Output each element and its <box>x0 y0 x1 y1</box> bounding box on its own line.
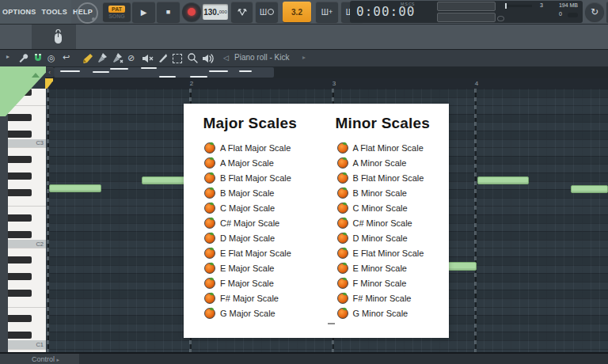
minor-scale-item[interactable]: A Minor Scale <box>317 155 450 170</box>
major-scale-item[interactable]: B Flat Major Scale <box>184 170 317 185</box>
black-key[interactable] <box>8 332 32 339</box>
major-scale-item[interactable]: F# Major Scale <box>184 290 317 305</box>
black-key[interactable] <box>8 114 32 121</box>
minor-scale-item[interactable]: C# Minor Scale <box>317 215 450 230</box>
control-lane-label[interactable]: Control ▸ <box>32 355 59 363</box>
metronome-button[interactable] <box>231 2 253 22</box>
minor-scale-item[interactable]: C Minor Scale <box>317 200 450 215</box>
midi-note[interactable] <box>49 184 101 192</box>
oscilloscope-bottom[interactable] <box>437 13 496 22</box>
tempo-display[interactable]: 130.000 <box>203 4 228 20</box>
minimap-panel[interactable] <box>54 67 274 78</box>
oscilloscope-top[interactable] <box>437 2 496 11</box>
black-key[interactable] <box>8 156 32 163</box>
countdown-button[interactable]: 3.2 <box>283 2 311 22</box>
fl-logo-icon <box>204 278 215 289</box>
major-scale-item[interactable]: D Major Scale <box>184 230 317 245</box>
major-scale-item[interactable]: B Major Scale <box>184 185 317 200</box>
main-volume-knob[interactable] <box>77 2 98 24</box>
pr-menu-arrow-icon[interactable]: ▸ <box>6 53 10 60</box>
corner-triangle-icon <box>32 73 40 78</box>
pat-mode-label[interactable]: PAT <box>108 6 125 13</box>
menu-tools[interactable]: TOOLS <box>42 8 67 16</box>
loop-pattern-glyph: Ш <box>321 8 329 17</box>
black-key[interactable] <box>8 315 32 322</box>
midi-note[interactable] <box>142 176 189 184</box>
scales-overlay: Major Scales A Flat Major ScaleA Major S… <box>184 104 449 338</box>
minimap-note-dash <box>110 68 128 70</box>
mouse-lock-icon[interactable] <box>51 28 66 44</box>
black-key[interactable] <box>8 256 32 264</box>
slice-tool-icon[interactable] <box>158 52 169 63</box>
minor-scale-item[interactable]: G Minor Scale <box>317 305 450 320</box>
minor-scale-item[interactable]: B Flat Minor Scale <box>317 170 450 185</box>
minor-scale-item[interactable]: F Minor Scale <box>317 275 450 290</box>
playback-tool-icon[interactable] <box>202 53 214 64</box>
major-scale-item[interactable]: A Flat Major Scale <box>184 140 317 155</box>
stamp-target-icon[interactable]: ◎ <box>48 53 55 63</box>
loop-record-button[interactable]: Ш+ <box>316 2 338 22</box>
minor-scale-item[interactable]: A Flat Minor Scale <box>317 140 450 155</box>
pencil-tool-icon[interactable] <box>82 52 93 64</box>
piano-keyboard[interactable]: C3C2C1 <box>8 89 46 352</box>
black-key[interactable] <box>8 290 32 297</box>
major-scale-item[interactable]: G Major Scale <box>184 305 317 320</box>
piano-roll-minimap[interactable] <box>46 66 608 78</box>
wait-for-input-button[interactable]: Ш <box>256 2 278 22</box>
target-channel-icon[interactable]: ◁ <box>223 54 229 62</box>
midi-note[interactable] <box>477 176 529 184</box>
brush-tool-icon[interactable] <box>97 52 108 64</box>
timeline-ruler[interactable]: 234 <box>46 78 608 89</box>
scale-item-label: E Flat Major Scale <box>220 248 291 258</box>
minimap-note-dash <box>141 67 157 69</box>
brush-delete-tool-icon[interactable] <box>112 52 124 64</box>
control-lane[interactable] <box>79 354 608 364</box>
minor-scale-item[interactable]: E Flat Minor Scale <box>317 245 450 260</box>
menu-options[interactable]: OPTIONS <box>2 8 36 16</box>
pat-song-switch[interactable]: PAT SONG <box>103 2 131 21</box>
window-title[interactable]: Piano roll - Kick <box>234 53 289 62</box>
major-scale-item[interactable]: E Flat Major Scale <box>184 245 317 260</box>
record-button[interactable] <box>182 2 201 21</box>
black-key[interactable] <box>8 131 32 138</box>
c-key-label[interactable]: C3 <box>8 139 46 148</box>
key-separator <box>8 349 46 350</box>
fl-logo-icon <box>204 263 215 274</box>
autosave-refresh-button[interactable]: ↻ <box>585 2 604 21</box>
c-key-label[interactable]: C1 <box>8 340 46 349</box>
key-separator <box>8 206 46 207</box>
menu-bar: OPTIONS TOOLS HELP <box>0 0 71 24</box>
black-key[interactable] <box>8 173 32 180</box>
stop-button[interactable]: ■ <box>157 2 180 22</box>
major-scale-item[interactable]: C# Major Scale <box>184 215 317 230</box>
play-button[interactable]: ▶ <box>132 2 155 22</box>
minor-scale-item[interactable]: F# Minor Scale <box>317 290 450 305</box>
midi-note[interactable] <box>571 185 608 193</box>
black-key[interactable] <box>8 273 32 280</box>
scale-item-label: C# Major Scale <box>220 218 279 228</box>
minimap-scroll-left-button[interactable]: ‹ <box>45 67 54 78</box>
major-scale-item[interactable]: F Major Scale <box>184 275 317 290</box>
title-next-icon[interactable]: ▸ <box>302 54 306 61</box>
c-key-label[interactable]: C2 <box>8 240 46 248</box>
zoom-tool-icon[interactable] <box>187 52 198 63</box>
chevron-left-icon: ‹ <box>48 69 51 76</box>
minor-scale-item[interactable]: B Minor Scale <box>317 185 450 200</box>
delete-tool-icon[interactable]: ⊘ <box>127 53 135 63</box>
black-key[interactable] <box>8 189 32 196</box>
minor-scale-item[interactable]: E Minor Scale <box>317 260 450 275</box>
black-key[interactable] <box>8 214 32 222</box>
minor-scale-item[interactable]: D Minor Scale <box>317 230 450 245</box>
major-scale-item[interactable]: A Major Scale <box>184 155 317 170</box>
mute-tool-icon[interactable] <box>142 53 154 64</box>
black-key[interactable] <box>8 231 32 238</box>
select-tool-icon[interactable] <box>173 54 182 63</box>
major-scale-item[interactable]: E Major Scale <box>184 260 317 275</box>
magnet-icon[interactable] <box>32 52 44 63</box>
wrench-icon[interactable] <box>17 52 28 63</box>
song-mode-label[interactable]: SONG <box>108 13 125 19</box>
major-scale-item[interactable]: C Major Scale <box>184 200 317 215</box>
scale-item-label: E Major Scale <box>220 264 274 273</box>
undo-icon[interactable]: ↩ <box>63 52 70 63</box>
bar-line-dashes <box>47 89 49 352</box>
